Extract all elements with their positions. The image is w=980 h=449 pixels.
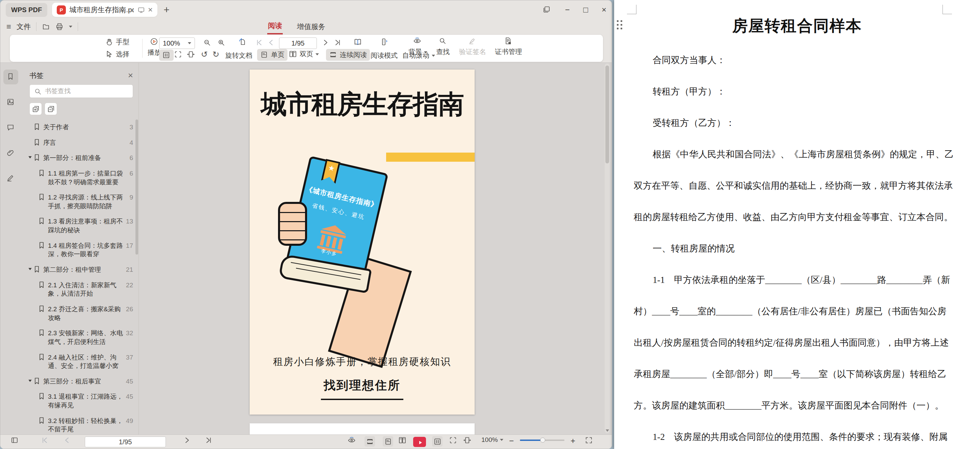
- status-fit-width-button[interactable]: [432, 436, 442, 447]
- status-zoom-select[interactable]: 100%: [481, 436, 503, 444]
- continuous-reading-button[interactable]: 连续阅读: [326, 49, 370, 61]
- status-continuous-button[interactable]: [364, 436, 375, 447]
- close-button[interactable]: ×: [601, 6, 606, 14]
- zoom-level-select[interactable]: 100%: [159, 38, 195, 49]
- rotate-left-icon[interactable]: ↺: [201, 50, 208, 59]
- read-mode-icon[interactable]: [354, 38, 364, 48]
- maximize-button[interactable]: □: [583, 6, 588, 14]
- tree-caret-icon[interactable]: [28, 156, 33, 159]
- status-page-number-box[interactable]: 1/95: [85, 436, 166, 447]
- bookmark-item[interactable]: 1.2 寻找房源：线上线下两手抓，擦亮眼睛防陷阱 9: [33, 190, 133, 214]
- read-mode-button[interactable]: 阅读模式: [371, 51, 398, 60]
- certificate-management-button[interactable]: 证书管理: [495, 37, 522, 56]
- bookmark-item[interactable]: 2.1 入住清洁：新家新气象，从清洁开始 22: [33, 278, 133, 301]
- status-fit-page-button[interactable]: [449, 436, 457, 444]
- find-button[interactable]: 查找: [436, 37, 450, 56]
- rotate-right-icon[interactable]: ↻: [213, 50, 219, 59]
- bookmark-page-number: 45: [126, 378, 133, 385]
- single-page-button[interactable]: 单页: [257, 49, 288, 61]
- status-background-icon[interactable]: [348, 436, 355, 444]
- bookmark-item[interactable]: 序言 4: [28, 135, 133, 151]
- fullscreen-button[interactable]: [585, 436, 592, 444]
- status-last-page-button[interactable]: [204, 436, 212, 444]
- zoom-in-button[interactable]: [217, 38, 226, 47]
- contract-line: 转租方（甲方）：: [634, 76, 975, 107]
- vertical-scrollbar[interactable]: [605, 63, 610, 433]
- status-single-page-button[interactable]: [383, 436, 393, 447]
- expand-all-button[interactable]: [29, 103, 42, 115]
- new-tab-button[interactable]: +: [164, 4, 170, 16]
- collapse-all-button[interactable]: [45, 103, 57, 115]
- select-tool-button[interactable]: 选择: [105, 50, 129, 59]
- status-next-page-button[interactable]: [183, 436, 191, 444]
- bookmark-item[interactable]: 2.4 融入社区：维护、沟通、安全，打造温馨小窝 37: [33, 350, 133, 374]
- thumbnails-panel-icon[interactable]: [3, 95, 18, 110]
- bookmark-item[interactable]: 1.4 租房签合同：坑多套路深，教你一眼看穿 17: [33, 238, 133, 262]
- scroll-down-arrow[interactable]: [606, 429, 609, 432]
- search-icon: [34, 87, 41, 95]
- toggle-panel-button[interactable]: [11, 436, 18, 444]
- bookmark-item[interactable]: 3.1 退租事宜：江湖路远，有缘再见 45: [33, 389, 133, 413]
- rotate-page-icon[interactable]: [238, 38, 248, 48]
- first-page-button[interactable]: [255, 38, 264, 47]
- contract-line: 村）____号____室的________（公有居住/非公有居住）房屋已（书面告…: [634, 296, 975, 327]
- bookmark-search-input[interactable]: 书签查找: [29, 84, 133, 98]
- bookmark-item[interactable]: 2.2 乔迁之喜：搬家&采购攻略 26: [33, 301, 133, 325]
- tab-read[interactable]: 阅读: [267, 19, 283, 35]
- tree-caret-icon[interactable]: [28, 379, 33, 382]
- status-previous-page-button[interactable]: [63, 436, 71, 444]
- bookmarks-close-button[interactable]: ×: [128, 70, 133, 81]
- bookmark-item[interactable]: 2.3 安顿新家：网络、水电煤气，开启便利生活 32: [33, 325, 133, 349]
- bookmark-item[interactable]: 关于作者 3: [28, 119, 133, 135]
- bookmark-item[interactable]: 3.2 转租妙招：轻松换巢，不留手尾 49: [33, 413, 133, 435]
- fit-horizontal-button[interactable]: [187, 50, 195, 59]
- print-icon[interactable]: [56, 22, 64, 31]
- zoom-out-button[interactable]: [203, 38, 212, 47]
- bookmark-scrollbar-thumb[interactable]: [135, 119, 138, 255]
- document-tab[interactable]: P 城市租房生存指南.pdf ×: [52, 3, 158, 17]
- attachments-panel-icon[interactable]: [3, 146, 18, 160]
- present-to-screen-icon[interactable]: [137, 6, 145, 14]
- status-double-page-button[interactable]: [398, 436, 406, 444]
- rotate-document-button[interactable]: 旋转文档: [225, 51, 252, 60]
- contract-line: 出租人/按房屋租赁合同的转租约定/征得房屋出租人书面同意），由甲方将上述: [634, 327, 975, 359]
- bookmark-item[interactable]: 第三部分：租后事宜 45: [28, 374, 133, 389]
- tree-caret-icon[interactable]: [28, 268, 33, 270]
- bookmark-item[interactable]: 1.1 租房第一步：掂量口袋鼓不鼓？明确需求最重要 6: [33, 166, 133, 190]
- last-page-button[interactable]: [333, 38, 342, 47]
- hamburger-menu-icon[interactable]: ≡: [6, 22, 11, 32]
- background-button[interactable]: 背景: [409, 37, 427, 56]
- status-play-button[interactable]: [413, 437, 426, 447]
- scrollbar-thumb[interactable]: [605, 65, 609, 163]
- zoom-minus-button[interactable]: −: [509, 436, 514, 446]
- bookmark-item[interactable]: 第一部分：租前准备 6: [28, 150, 133, 166]
- zoom-slider[interactable]: [520, 439, 565, 441]
- divider: [36, 22, 37, 31]
- next-page-button[interactable]: [321, 38, 330, 47]
- chevron-down-icon[interactable]: [69, 25, 72, 28]
- bookmarks-panel-icon[interactable]: [3, 70, 18, 84]
- previous-page-button[interactable]: [267, 38, 276, 47]
- auto-scroll-icon[interactable]: [380, 38, 390, 48]
- minimize-button[interactable]: −: [565, 6, 570, 14]
- signature-panel-icon[interactable]: [3, 171, 18, 186]
- zoom-slider-handle[interactable]: [540, 438, 545, 443]
- status-fit-horizontal-button[interactable]: [463, 436, 471, 444]
- bookmark-item[interactable]: 第二部分：租中管理 21: [28, 262, 133, 278]
- fit-page-button[interactable]: [174, 50, 183, 59]
- hand-tool-button[interactable]: 手型: [105, 38, 129, 47]
- tab-list-icon[interactable]: [542, 5, 551, 14]
- zoom-plus-button[interactable]: +: [571, 436, 575, 446]
- bookmark-icon: [38, 241, 45, 249]
- open-file-icon[interactable]: [42, 22, 50, 31]
- wps-app-button[interactable]: WPS PDF: [6, 3, 47, 17]
- file-menu[interactable]: 文件: [17, 22, 31, 32]
- fit-width-button[interactable]: [159, 50, 173, 61]
- double-page-button[interactable]: 双页: [289, 50, 319, 59]
- tab-value-added-services[interactable]: 增值服务: [297, 22, 325, 32]
- comments-panel-icon[interactable]: [3, 120, 18, 135]
- bookmark-item[interactable]: 1.3 看房注意事项：租房不踩坑的秘诀 13: [33, 214, 133, 238]
- tab-close-button[interactable]: ×: [148, 6, 153, 14]
- page-number-box[interactable]: 1/95: [279, 38, 317, 49]
- status-first-page-button[interactable]: [41, 436, 49, 444]
